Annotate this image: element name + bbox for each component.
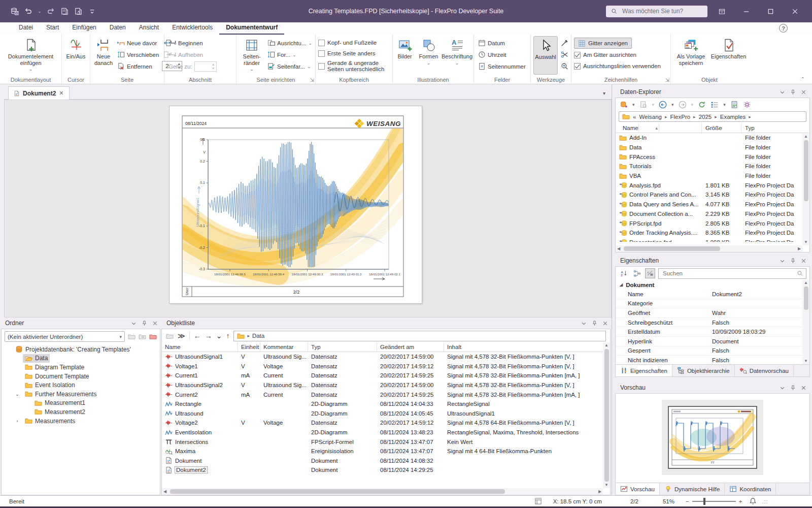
tree-item-measurements[interactable]: ›Measurements: [2, 417, 160, 426]
explorer-header[interactable]: Name▲ Größe Typ: [616, 123, 809, 133]
back-icon[interactable]: ←: [194, 332, 201, 340]
vertical-scrollbar[interactable]: ▲▼: [802, 134, 809, 245]
pin-icon[interactable]: [790, 258, 796, 264]
section-clear-button[interactable]: Aufheben: [167, 49, 218, 60]
remove-page-button[interactable]: Entfernen: [116, 61, 160, 72]
tab-objekthierarchie[interactable]: Objekthierarchie: [672, 365, 735, 376]
property-row[interactable]: GesperrtFalsch: [616, 346, 809, 356]
panel-menu-icon[interactable]: [779, 385, 786, 391]
tab-dokument2[interactable]: Dokument2 ✕: [8, 86, 70, 100]
refresh-icon[interactable]: [698, 101, 706, 109]
tree-item-data[interactable]: Data: [2, 354, 160, 363]
cut-tool-button[interactable]: [559, 49, 570, 60]
ribbon-tab-start[interactable]: Start: [40, 22, 65, 35]
close-panel-icon[interactable]: [800, 385, 807, 391]
document-canvas[interactable]: 08/11/2024 WEISANG 0.30.20.: [4, 100, 612, 318]
object-row[interactable]: UltrasoundSignal2VUltrasound Sig...Daten…: [162, 380, 610, 390]
caption-button[interactable]: A Beschriftung⌄: [442, 36, 472, 75]
explorer-breadcrumb[interactable]: « Weisang▸ FlexPro▸ 2025▸ Examples▸: [619, 111, 806, 122]
property-row[interactable]: HyperlinkDocument: [616, 337, 809, 346]
time-field-button[interactable]: Uhrzeit: [477, 49, 527, 60]
panel-menu-icon[interactable]: [130, 320, 137, 327]
search-input[interactable]: [621, 7, 697, 15]
object-row[interactable]: Ultrasound2D-Diagramm08/11/2024 14:05:45…: [162, 409, 610, 419]
vertical-scrollbar[interactable]: ▲▼: [603, 342, 610, 488]
object-row[interactable]: EventIsolation2D-Diagramm08/11/2024 13:4…: [162, 428, 610, 437]
tell-me-search[interactable]: [606, 6, 707, 17]
object-row[interactable]: Current1mACurrentDatensatz20/02/2017 14:…: [162, 371, 610, 380]
ribbon-tab-entwicklertools[interactable]: Entwicklertools: [165, 22, 219, 35]
explorer-row[interactable]: Order Tracking Analysis....8.365 KBFlexP…: [616, 228, 809, 238]
zoom-in-icon[interactable]: +: [739, 498, 742, 504]
preview-thumbnail[interactable]: 2/2: [662, 400, 763, 475]
ribbon-tab-einfügen[interactable]: Einfügen: [65, 22, 103, 35]
index-icon[interactable]: [730, 101, 738, 109]
notifications-icon[interactable]: [749, 497, 757, 505]
pin-icon[interactable]: [141, 320, 148, 327]
tab-datenvorschau[interactable]: Datenvorschau: [735, 365, 794, 376]
new-folder-icon[interactable]: [149, 333, 157, 340]
orientation-button[interactable]: Ausrichtu...⌄: [266, 38, 314, 48]
horizontal-scrollbar[interactable]: ◀▶: [616, 245, 802, 252]
open-object-icon[interactable]: [166, 332, 174, 340]
close-panel-icon[interactable]: [800, 89, 807, 96]
back-icon[interactable]: [659, 101, 667, 109]
up-icon[interactable]: ↑: [226, 332, 229, 340]
collapse-ribbon-icon[interactable]: ⌃: [801, 76, 805, 82]
minimize-button[interactable]: [736, 4, 756, 19]
object-row[interactable]: Dokument2Dokument08/11/2024 14:29:25: [162, 465, 610, 475]
object-properties-button[interactable]: Eigenschaften: [711, 36, 747, 75]
panel-menu-icon[interactable]: [581, 320, 587, 327]
object-path-breadcrumb[interactable]: ▸ Data: [233, 331, 606, 341]
redo-icon[interactable]: [47, 7, 55, 16]
explorer-row[interactable]: FPScript.fpd2.805 KBFlexPro Project Da: [616, 218, 809, 228]
explorer-row[interactable]: FPAccessFile folder: [616, 152, 809, 162]
panel-menu-icon[interactable]: [779, 258, 786, 264]
format-button[interactable]: For...⌄: [266, 49, 314, 60]
copy-document-icon[interactable]: [74, 7, 83, 16]
new-page-before-button[interactable]: Neue davor: [116, 38, 160, 48]
section-goto-row[interactable]: Gehe zu:▲▼: [167, 61, 218, 72]
property-row[interactable]: NameDokument2: [616, 290, 809, 299]
header-footer-checkbox[interactable]: Kopf- und Fußzeile: [318, 38, 387, 48]
tab-list-caret-icon[interactable]: ▾: [603, 90, 605, 96]
section-goto-stepper[interactable]: ▲▼: [194, 61, 217, 72]
tree-item-projektdatenbank-creating-templates-[interactable]: Projektdatenbank: 'Creating Templates': [2, 345, 160, 354]
new-document-icon[interactable]: [60, 7, 69, 16]
explorer-row[interactable]: Add-InFile folder: [616, 133, 809, 143]
ribbon-tab-dokumententwurf[interactable]: Dokumententwurf: [219, 22, 284, 35]
customize-qat-icon[interactable]: [88, 7, 96, 16]
explorer-row[interactable]: Document Collection a...2.229 KBFlexPro …: [616, 209, 809, 219]
pin-icon[interactable]: [790, 89, 796, 96]
forward-icon[interactable]: →: [205, 332, 212, 340]
tab-eigenschaften[interactable]: Eigenschaften: [616, 365, 672, 376]
new-page-after-button[interactable]: Neue danach: [93, 36, 114, 75]
expand-all-icon[interactable]: ≫: [178, 332, 185, 340]
tree-item-measurement1[interactable]: Measurement1: [2, 399, 160, 408]
explorer-row[interactable]: TutorialsFile folder: [616, 162, 809, 171]
property-row[interactable]: SchreibgeschütztFalsch: [616, 318, 809, 328]
ribbon-tab-datei[interactable]: Datei: [12, 22, 40, 35]
tab-dynamische-hilfe[interactable]: Dynamische Hilfe: [660, 483, 725, 495]
history-caret-icon[interactable]: ⌄: [216, 334, 222, 338]
close-panel-icon[interactable]: [602, 320, 608, 327]
close-tab-icon[interactable]: ✕: [59, 90, 63, 97]
sort-az-button[interactable]: AZ: [619, 268, 629, 278]
resize-grip-icon[interactable]: .::: [762, 498, 768, 504]
explorer-row[interactable]: DataFile folder: [616, 143, 809, 152]
zoom-out-icon[interactable]: −: [686, 498, 689, 504]
ribbon-tab-daten[interactable]: Daten: [103, 22, 132, 35]
project-database-icon[interactable]: [10, 7, 19, 16]
database-new-icon[interactable]: [620, 101, 628, 109]
forward-icon[interactable]: [679, 101, 687, 109]
object-list-header[interactable]: NameEinheitKommentarTypGeändert amInhalt: [162, 342, 610, 352]
tree-item-further-measurements[interactable]: ⌄Further Measurements: [2, 390, 160, 399]
folder-back-icon[interactable]: [128, 333, 136, 340]
explorer-row[interactable]: VBAFile folder: [616, 171, 809, 181]
page-setup-icon[interactable]: [534, 497, 542, 505]
explorer-row[interactable]: Analysis.fpd1.801 KBFlexPro Project Da: [616, 180, 809, 190]
show-grid-toggle[interactable]: Gitter anzeigen: [574, 38, 632, 49]
view-mode-icon[interactable]: [710, 101, 719, 109]
pin-icon[interactable]: [591, 320, 598, 327]
undo-icon[interactable]: [24, 7, 32, 16]
